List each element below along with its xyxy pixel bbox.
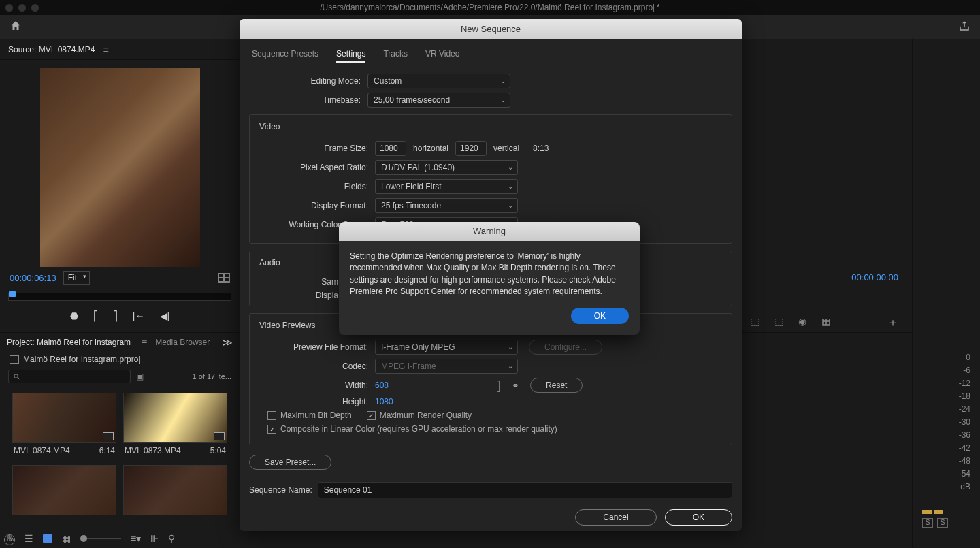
label-sample: Sam	[257, 277, 338, 287]
step-back-icon[interactable]: ◀|	[160, 310, 170, 321]
expand-chevron-icon[interactable]: ≫	[223, 337, 233, 348]
list-view-icon[interactable]: ☰	[24, 533, 33, 544]
label-width: Width:	[257, 381, 368, 390]
label-timebase: Timebase:	[249, 95, 361, 105]
marker-icon[interactable]: ⬣	[70, 310, 78, 321]
add-button-icon[interactable]: ＋	[887, 316, 898, 330]
project-tab[interactable]: Project: Malmö Reel for Instagram	[7, 338, 131, 347]
preview-height-value[interactable]: 1080	[375, 397, 393, 406]
tab-settings[interactable]: Settings	[336, 49, 365, 63]
clip-item[interactable]: MVI_0874.MP46:14	[12, 393, 116, 458]
label-frame-size: Frame Size:	[257, 144, 368, 153]
zoom-slider[interactable]	[80, 538, 121, 539]
project-filename: Malmö Reel for Instagram.prproj	[0, 352, 240, 367]
group-audio: Audio	[257, 258, 283, 268]
dialog-title: New Sequence	[240, 19, 742, 39]
configure-button: Configure...	[529, 340, 602, 355]
label-max-render: Maximum Render Quality	[380, 410, 472, 420]
max-render-checkbox[interactable]	[367, 411, 376, 420]
go-to-in-icon[interactable]: |←	[133, 310, 145, 321]
composite-linear-checkbox[interactable]	[267, 425, 276, 434]
link-icon[interactable]: ⚭	[512, 381, 519, 391]
source-transport: ⬣ ⎡ ⎤ |← ◀|	[0, 304, 240, 328]
media-browser-tab[interactable]: Media Browser	[155, 338, 210, 347]
meter-bars	[922, 510, 943, 514]
warning-message: Setting the Optimize Rendering preferenc…	[350, 251, 629, 298]
panel-menu-icon[interactable]: ≡	[142, 337, 147, 348]
auto-sequence-icon[interactable]: ⊪	[150, 533, 159, 544]
warning-title: Warning	[339, 222, 640, 241]
playhead-icon[interactable]	[9, 291, 16, 297]
tab-tracks[interactable]: Tracks	[383, 49, 408, 63]
sequence-name-input[interactable]	[318, 482, 732, 498]
warning-ok-button[interactable]: OK	[571, 308, 629, 324]
max-bit-depth-checkbox[interactable]	[267, 411, 276, 420]
search-input[interactable]	[8, 370, 131, 383]
preview-format-select[interactable]: I-Frame Only MPEG⌄	[375, 340, 518, 355]
svg-point-0	[14, 374, 18, 378]
new-bin-icon[interactable]: ▣	[136, 372, 144, 381]
out-point-icon[interactable]: ⎤	[113, 310, 118, 321]
panel-menu-icon[interactable]: ≡	[103, 44, 108, 55]
save-preset-button[interactable]: Save Preset...	[249, 455, 331, 470]
export-frame-icon[interactable]: ◉	[798, 316, 806, 327]
freeform-view-icon[interactable]: ▦	[62, 533, 71, 544]
project-footer: ✎ ☰ ▦ ≡▾ ⊪ ⚲	[7, 533, 233, 544]
tab-vr-video[interactable]: VR Video	[425, 49, 459, 63]
clip-item[interactable]: MVI_0873.MP45:04	[123, 393, 227, 458]
audio-meter-panel: 0-6-12 -18-24-30 -36-42-48 -54dB S S	[912, 39, 980, 548]
icon-view-icon[interactable]	[43, 534, 52, 543]
tab-sequence-presets[interactable]: Sequence Presets	[252, 49, 318, 63]
label-pff: Preview File Format:	[257, 342, 368, 352]
source-timecode[interactable]: 00:00:06:13	[10, 273, 56, 283]
item-count: 1 of 17 ite...	[193, 372, 231, 381]
label-fields: Fields:	[257, 182, 368, 191]
source-monitor-panel: Source: MVI_0874.MP4 ≡ 00:00:06:13 Fit ⬣…	[0, 39, 240, 332]
warning-dialog: Warning Setting the Optimize Rendering p…	[339, 222, 640, 335]
fields-select[interactable]: Lower Field First⌄	[375, 179, 518, 194]
reset-button[interactable]: Reset	[530, 378, 583, 393]
group-video-previews: Video Previews	[257, 321, 318, 330]
label-audio-display: Displa	[257, 291, 338, 300]
video-badge-icon	[214, 432, 225, 440]
project-panel: Project: Malmö Reel for Instagram ≡ Medi…	[0, 332, 240, 548]
timebase-select[interactable]: 25,00 frames/second⌄	[368, 93, 510, 108]
link-bracket-icon: ]	[497, 378, 501, 393]
lift-icon[interactable]: ⬚	[751, 316, 760, 327]
in-point-icon[interactable]: ⎡	[93, 310, 98, 321]
bin-icon	[10, 355, 19, 364]
frame-width-input[interactable]	[375, 141, 406, 156]
solo-button[interactable]: S	[922, 518, 933, 528]
clip-item[interactable]	[123, 465, 227, 515]
label-sequence-name: Sequence Name:	[249, 485, 312, 495]
share-icon[interactable]	[958, 20, 970, 34]
display-format-select[interactable]: 25 fps Timecode⌄	[375, 198, 518, 213]
comparison-icon[interactable]: ▦	[821, 316, 830, 327]
preview-width-value[interactable]: 608	[375, 381, 389, 390]
editing-mode-select[interactable]: Custom⌄	[368, 74, 510, 88]
source-tab[interactable]: Source: MVI_0874.MP4	[8, 45, 95, 54]
source-video-preview[interactable]	[40, 68, 200, 267]
find-icon[interactable]: ⚲	[168, 533, 175, 544]
group-video: Video	[257, 122, 282, 131]
cancel-button[interactable]: Cancel	[575, 509, 656, 526]
source-scrubber[interactable]	[8, 293, 231, 301]
solo-button[interactable]: S	[937, 518, 948, 528]
creative-cloud-icon[interactable]: ∞	[4, 534, 15, 545]
clip-item[interactable]	[12, 465, 116, 515]
ok-button[interactable]: OK	[665, 509, 732, 526]
video-badge-icon	[103, 432, 114, 440]
frame-height-input[interactable]	[455, 141, 487, 156]
label-codec: Codec:	[257, 361, 368, 371]
program-timecode[interactable]: 00:00:00:00	[851, 272, 898, 283]
label-max-bit: Maximum Bit Depth	[280, 410, 352, 420]
resolution-icon[interactable]	[218, 273, 230, 283]
sort-icon[interactable]: ≡▾	[131, 533, 141, 544]
meter-scale: 0-6-12 -18-24-30 -36-42-48 -54dB	[959, 353, 970, 491]
aspect-ratio-text: 8:13	[533, 144, 549, 153]
label-composite: Composite in Linear Color (requires GPU …	[280, 424, 557, 434]
par-select[interactable]: D1/DV PAL (1.0940)⌄	[375, 160, 518, 175]
zoom-select[interactable]: Fit	[63, 271, 90, 285]
extract-icon[interactable]: ⬚	[774, 316, 783, 327]
home-icon[interactable]	[10, 20, 22, 34]
